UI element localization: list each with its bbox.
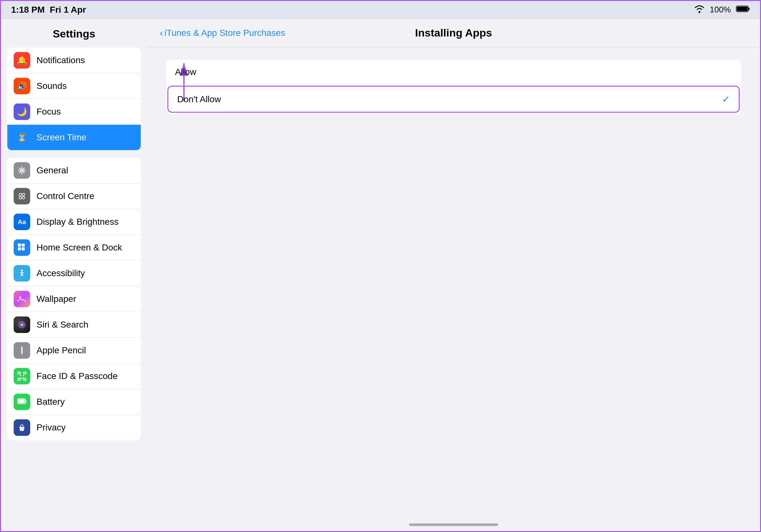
sidebar-item-siri-search[interactable]: Siri & Search — [7, 312, 141, 338]
notifications-icon: 🔔 — [14, 52, 30, 69]
sidebar-item-label: Siri & Search — [36, 320, 88, 330]
home-indicator — [409, 523, 498, 526]
checkmark-icon: ✓ — [722, 94, 730, 105]
sidebar-group-2: General Control Centre Aa Display & Brig… — [7, 158, 141, 440]
svg-rect-19 — [21, 346, 23, 353]
sidebar-item-label: Home Screen & Dock — [36, 242, 122, 253]
svg-point-27 — [23, 375, 24, 376]
sidebar-group-1: 🔔 Notifications 🔊 Sounds 🌙 Focus ⏳ Scree… — [7, 48, 141, 150]
sidebar-item-label: Display & Brightness — [36, 217, 118, 227]
sidebar-item-home-screen-dock[interactable]: Home Screen & Dock — [7, 235, 141, 261]
svg-point-4 — [21, 170, 23, 171]
svg-rect-11 — [22, 243, 25, 247]
option-allow-label: Allow — [175, 67, 196, 77]
svg-rect-29 — [26, 400, 27, 402]
sidebar-item-label: Notifications — [36, 55, 85, 65]
wifi-icon — [694, 5, 705, 15]
svg-marker-20 — [21, 353, 23, 355]
svg-point-0 — [698, 11, 700, 13]
sidebar-title: Settings — [1, 25, 147, 48]
apple-pencil-icon — [14, 342, 30, 359]
svg-point-9 — [22, 196, 25, 199]
screen-time-icon: ⏳ — [14, 129, 30, 146]
wallpaper-icon — [14, 291, 30, 307]
status-time: 1:18 PM — [11, 5, 45, 15]
detail-content: Allow Don't Allow ✓ — [147, 47, 760, 133]
svg-rect-30 — [18, 399, 25, 403]
detail-title: Installing Apps — [415, 27, 492, 39]
svg-point-26 — [20, 375, 21, 376]
siri-icon — [14, 316, 30, 333]
sidebar-item-notifications[interactable]: 🔔 Notifications — [7, 48, 141, 73]
svg-rect-12 — [18, 247, 21, 250]
svg-point-18 — [21, 324, 23, 326]
sidebar-item-general[interactable]: General — [7, 158, 141, 184]
detail-header: ‹ iTunes & App Store Purchases Installin… — [147, 19, 760, 47]
battery-sidebar-icon — [14, 394, 30, 410]
back-chevron-icon: ‹ — [160, 27, 163, 39]
sidebar-item-label: Wallpaper — [36, 294, 76, 304]
svg-rect-21 — [21, 346, 23, 347]
option-allow[interactable]: Allow — [166, 60, 741, 84]
sidebar-item-face-id[interactable]: Face ID & Passcode — [7, 363, 141, 389]
sidebar-item-label: Control Centre — [36, 191, 94, 201]
sidebar-item-display-brightness[interactable]: Aa Display & Brightness — [7, 209, 141, 235]
sidebar-item-label: General — [36, 165, 68, 176]
sounds-icon: 🔊 — [14, 78, 30, 94]
detail-panel: ‹ iTunes & App Store Purchases Installin… — [147, 19, 760, 531]
privacy-icon — [14, 419, 30, 436]
sidebar-item-privacy[interactable]: Privacy — [7, 415, 141, 440]
options-group: Allow Don't Allow ✓ — [166, 60, 741, 114]
svg-point-7 — [22, 193, 25, 196]
sidebar-item-label: Privacy — [36, 422, 66, 433]
sidebar-item-focus[interactable]: 🌙 Focus — [7, 99, 141, 125]
focus-icon: 🌙 — [14, 103, 30, 120]
accessibility-icon — [14, 265, 30, 282]
status-date: Fri 1 Apr — [50, 5, 86, 15]
svg-rect-13 — [22, 247, 25, 250]
back-button[interactable]: ‹ iTunes & App Store Purchases — [160, 27, 285, 39]
svg-point-6 — [19, 193, 22, 196]
battery-icon — [736, 5, 750, 15]
home-screen-icon — [14, 239, 30, 256]
sidebar-item-label: Face ID & Passcode — [36, 371, 118, 381]
svg-point-14 — [21, 270, 23, 271]
svg-point-15 — [19, 296, 21, 298]
option-dont-allow-label: Don't Allow — [177, 94, 221, 104]
sidebar-item-label: Screen Time — [36, 133, 87, 142]
main-layout: Settings 🔔 Notifications 🔊 Sounds 🌙 Focu… — [1, 19, 760, 531]
sidebar-item-label: Focus — [36, 107, 61, 117]
svg-rect-2 — [748, 8, 750, 10]
sidebar-item-battery[interactable]: Battery — [7, 389, 141, 415]
sidebar-item-label: Battery — [36, 397, 65, 407]
sidebar: Settings 🔔 Notifications 🔊 Sounds 🌙 Focu… — [1, 19, 147, 531]
status-right: 100% — [694, 5, 750, 15]
back-label: iTunes & App Store Purchases — [164, 28, 285, 38]
svg-rect-3 — [737, 7, 748, 11]
svg-rect-23 — [24, 372, 26, 374]
sidebar-item-accessibility[interactable]: Accessibility — [7, 261, 141, 286]
svg-rect-22 — [18, 372, 20, 374]
sidebar-item-label: Sounds — [36, 81, 67, 91]
sidebar-item-label: Apple Pencil — [36, 346, 86, 355]
display-brightness-icon: Aa — [14, 214, 30, 230]
battery-percentage: 100% — [710, 5, 731, 15]
sidebar-item-sounds[interactable]: 🔊 Sounds — [7, 73, 141, 99]
sidebar-item-label: Accessibility — [36, 268, 85, 278]
general-icon — [14, 162, 30, 179]
svg-rect-24 — [18, 378, 20, 380]
sidebar-item-wallpaper[interactable]: Wallpaper — [7, 286, 141, 312]
status-bar: 1:18 PM Fri 1 Apr 100% — [1, 1, 760, 19]
sidebar-item-control-centre[interactable]: Control Centre — [7, 184, 141, 209]
svg-rect-10 — [18, 243, 21, 247]
svg-point-8 — [19, 196, 22, 199]
svg-rect-25 — [24, 378, 26, 380]
control-centre-icon — [14, 188, 30, 204]
sidebar-item-apple-pencil[interactable]: Apple Pencil — [7, 338, 141, 363]
sidebar-item-screen-time[interactable]: ⏳ Screen Time — [7, 125, 141, 150]
face-id-icon — [14, 368, 30, 384]
option-dont-allow[interactable]: Don't Allow ✓ — [167, 86, 740, 113]
